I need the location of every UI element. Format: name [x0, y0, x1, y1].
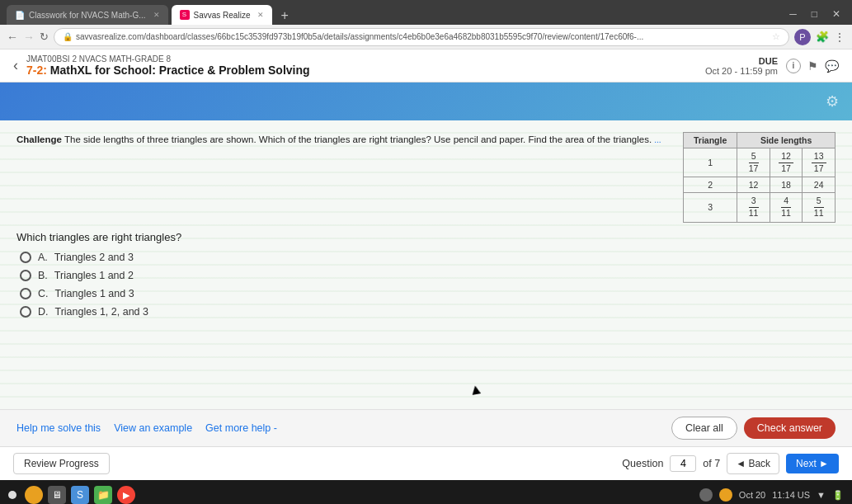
chat-icon[interactable]: 💬: [825, 59, 839, 73]
window-restore[interactable]: □: [807, 7, 822, 21]
back-question-button[interactable]: ◄ Back: [727, 453, 779, 474]
option-d[interactable]: D. Triangles 1, 2, and 3: [20, 306, 836, 318]
window-minimize[interactable]: ─: [784, 7, 802, 21]
next-question-button[interactable]: Next ►: [786, 454, 839, 473]
triangle-data-table: Triangle Side lengths 1 5 17: [683, 132, 836, 223]
taskbar-orange-circle[interactable]: [719, 488, 732, 502]
secure-icon: 🔒: [63, 32, 73, 41]
profile-icon[interactable]: P: [794, 29, 811, 45]
due-area: DUE Oct 20 - 11:59 pm: [705, 56, 778, 76]
tab-label-savvas: Savvas Realize: [194, 11, 251, 20]
wifi-icon: ▼: [817, 490, 826, 500]
radio-c[interactable]: [20, 288, 31, 299]
help-me-solve-link[interactable]: Help me solve this: [16, 422, 101, 434]
review-progress-button[interactable]: Review Progress: [13, 453, 110, 474]
forward-nav-button[interactable]: →: [23, 31, 35, 44]
app-back-button[interactable]: ‹: [13, 57, 18, 74]
side3-r1: 13 17: [803, 148, 836, 177]
option-c[interactable]: C. Triangles 1 and 3: [20, 288, 836, 299]
taskbar-icon-youtube[interactable]: ▶: [117, 486, 135, 504]
due-date: Oct 20 - 11:59 pm: [705, 66, 778, 76]
answer-options: A. Triangles 2 and 3 B. Triangles 1 and …: [16, 252, 836, 318]
extension-icon[interactable]: 🧩: [816, 31, 829, 43]
view-example-link[interactable]: View an example: [114, 422, 192, 434]
back-nav-button[interactable]: ←: [7, 31, 18, 44]
triangle-3: 3: [684, 193, 737, 222]
clear-all-button[interactable]: Clear all: [671, 417, 737, 440]
breadcrumb: JMAT00BSI 2 NVACS MATH-GRADE 8: [26, 54, 697, 64]
taskbar-icon-rec[interactable]: [699, 488, 713, 502]
table-row-2: 2 12 18 24: [684, 177, 836, 193]
option-a-label: A.: [38, 252, 48, 263]
battery-icon: 🔋: [832, 490, 844, 501]
triangle-2: 2: [684, 177, 737, 193]
option-b[interactable]: B. Triangles 1 and 2: [20, 270, 836, 281]
taskbar-time: 11:14 US: [772, 490, 810, 500]
tab-savvas[interactable]: S Savvas Realize ✕: [172, 5, 273, 25]
option-b-text: Triangles 1 and 2: [54, 270, 134, 281]
tab-icon-classwork: 📄: [15, 11, 25, 20]
taskbar-orange-dot[interactable]: [25, 486, 43, 504]
question-text: Which triangles are right triangles?: [16, 231, 836, 243]
due-label: DUE: [705, 56, 778, 66]
reload-button[interactable]: ↻: [40, 31, 49, 43]
of-total-label: of 7: [703, 458, 720, 469]
breadcrumb-area: JMAT00BSI 2 NVACS MATH-GRADE 8 7-2: Math…: [26, 54, 697, 77]
radio-d[interactable]: [20, 306, 31, 318]
option-c-text: Triangles 1 and 3: [55, 288, 134, 299]
challenge-body: The side lengths of three triangles are …: [62, 134, 652, 144]
question-number-input[interactable]: 4: [670, 455, 696, 472]
info-icon[interactable]: i: [786, 59, 801, 73]
check-answer-button[interactable]: Check answer: [744, 417, 836, 439]
option-a[interactable]: A. Triangles 2 and 3: [20, 252, 836, 263]
side1-r3: 3 11: [737, 193, 770, 222]
side1-r1: 5 17: [737, 148, 770, 177]
tab-close-classwork[interactable]: ✕: [153, 11, 160, 19]
get-more-help-link[interactable]: Get more help -: [205, 422, 277, 434]
page-title: 7-2: MathXL for School: Practice & Probl…: [26, 64, 697, 77]
question-navigation: Question 4 of 7 ◄ Back Next ►: [622, 453, 839, 474]
side3-r3: 5 11: [803, 193, 836, 222]
triangle-table-container: Triangle Side lengths 1 5 17: [683, 132, 836, 223]
tab-icon-savvas: S: [180, 10, 190, 20]
option-a-text: Triangles 2 and 3: [54, 252, 134, 263]
flag-icon[interactable]: ⚑: [807, 59, 818, 73]
taskbar-circle: [8, 491, 16, 499]
option-d-label: D.: [38, 306, 49, 318]
tab-classwork[interactable]: 📄 Classwork for NVACS Math-G... ✕: [7, 5, 168, 25]
side2-r3: 4 11: [770, 193, 803, 222]
challenge-label: Challenge: [16, 134, 62, 144]
window-close[interactable]: ✕: [827, 7, 845, 21]
settings-gear-icon[interactable]: ⚙: [826, 92, 839, 111]
tab-label-classwork: Classwork for NVACS Math-G...: [29, 11, 146, 20]
col-triangle: Triangle: [684, 133, 737, 148]
title-main: MathXL for School: Practice & Problem So…: [47, 64, 310, 77]
question-label: Question: [622, 458, 663, 469]
side2-r2: 18: [770, 177, 803, 193]
action-buttons: Clear all Check answer: [671, 417, 836, 440]
side3-r2: 24: [803, 177, 836, 193]
taskbar-icon-folder[interactable]: 📁: [94, 486, 112, 504]
address-text[interactable]: savvasrealize.com/dashboard/classes/66bc…: [76, 32, 769, 41]
table-row-1: 1 5 17 12 17: [684, 148, 836, 177]
option-d-text: Triangles 1, 2, and 3: [55, 306, 149, 318]
tab-close-savvas[interactable]: ✕: [257, 11, 264, 19]
menu-icon[interactable]: ⋮: [834, 31, 845, 44]
more-button[interactable]: ...: [654, 135, 661, 144]
radio-a[interactable]: [20, 252, 31, 263]
new-tab-button[interactable]: +: [275, 8, 293, 23]
side1-r2: 12: [737, 177, 770, 193]
option-b-label: B.: [38, 270, 48, 281]
taskbar-icon-apps[interactable]: S: [71, 486, 89, 504]
radio-b[interactable]: [20, 270, 31, 281]
bookmark-icon[interactable]: ☆: [772, 31, 780, 42]
option-c-label: C.: [38, 288, 49, 299]
title-prefix: 7-2:: [26, 64, 47, 77]
side2-r1: 12 17: [770, 148, 803, 177]
col-side-lengths: Side lengths: [737, 133, 836, 148]
table-row-3: 3 3 11 4 11: [684, 193, 836, 222]
taskbar-icon-monitor[interactable]: 🖥: [48, 486, 66, 504]
header-icons: i ⚑ 💬: [786, 59, 839, 73]
taskbar-date: Oct 20: [739, 490, 765, 500]
taskbar-right: Oct 20 11:14 US ▼ 🔋: [699, 488, 844, 502]
